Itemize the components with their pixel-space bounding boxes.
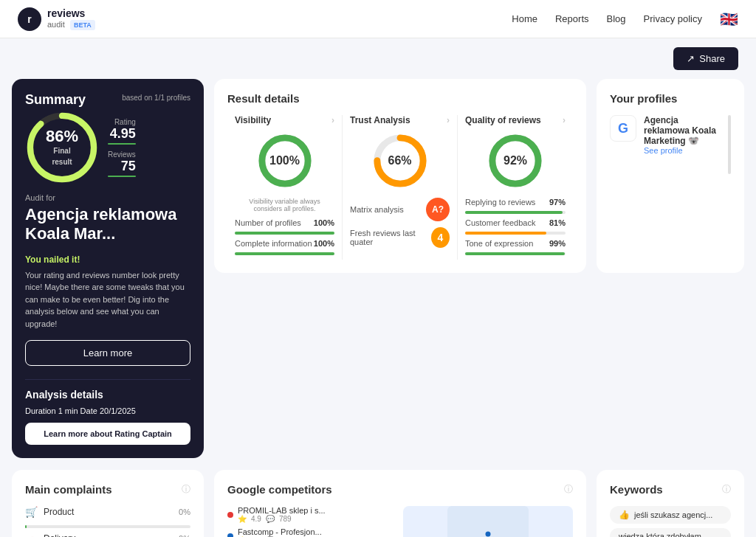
- complaints-info-icon[interactable]: ⓘ: [182, 483, 190, 496]
- competitor-2: Fastcomp - Profesjon... ⭐ 4.8 💬 619: [227, 527, 397, 537]
- fresh-row: Fresh reviews last quater 4: [350, 227, 450, 248]
- product-icon: 🛒: [25, 506, 38, 518]
- navbar: r reviews audit BETA Home Reports Blog P…: [0, 0, 756, 38]
- main-grid: Summary based on 1/1 profiles 86% Final …: [0, 79, 756, 470]
- nav-home[interactable]: Home: [512, 13, 537, 24]
- logo: r reviews audit BETA: [18, 7, 95, 31]
- rating-stat: Rating 4.95: [108, 118, 136, 145]
- brand-name: reviews: [47, 8, 95, 19]
- quality-donut-wrap: 92%: [465, 131, 566, 190]
- share-button[interactable]: ↗ Share: [673, 47, 738, 70]
- matrix-row: Matrix analysis A?: [350, 198, 450, 221]
- trust-donut: 66%: [371, 131, 430, 190]
- beta-badge: BETA: [70, 20, 95, 30]
- profile-entry: G Agencja reklamowa Koala Marketing 🐨 Se…: [610, 115, 722, 155]
- analysis-meta: Duration 1 min Date 20/1/2025: [25, 406, 190, 415]
- competitor-1-dot: [227, 512, 233, 518]
- trust-chevron[interactable]: ›: [447, 115, 450, 125]
- complaint-delivery: 🚗 Delivery 0%: [25, 533, 190, 537]
- logo-icon: r: [18, 7, 41, 31]
- keywords-info-icon[interactable]: ⓘ: [722, 483, 731, 496]
- stats-col: Rating 4.95 Reviews 75: [108, 118, 136, 177]
- keywords-header: Keywords ⓘ: [610, 483, 731, 496]
- competitors-card: Google competitors ⓘ PROMIL-LAB sklep i …: [214, 470, 586, 537]
- quality-metrics: Replying to reviews 97% Customer feedbac…: [465, 198, 566, 255]
- score-label: Final result: [52, 147, 72, 166]
- nav-links: Home Reports Blog Privacy policy 🇬🇧: [512, 10, 738, 28]
- bottom-grid: Main complaints ⓘ 🛒 Product 0% 🚗 Deliver…: [0, 470, 756, 537]
- see-profile-link[interactable]: See profile: [644, 146, 722, 155]
- complaints-card: Main complaints ⓘ 🛒 Product 0% 🚗 Deliver…: [12, 470, 204, 537]
- share-bar: ↗ Share: [0, 38, 756, 79]
- share-icon: ↗: [687, 53, 695, 64]
- visibility-metrics: Number of profiles 100% Complete informa…: [235, 218, 334, 255]
- fresh-number: 4: [431, 227, 450, 248]
- profiles-content: G Agencja reklamowa Koala Marketing 🐨 Se…: [610, 115, 731, 174]
- visibility-percent: 100%: [269, 154, 300, 167]
- quality-chevron[interactable]: ›: [563, 115, 566, 125]
- competitors-chart: reviews audit: [403, 506, 573, 537]
- keyword-tags: 👍 jeśli szukasz agencj... wiedza którą z…: [610, 506, 731, 537]
- score-percent: 86%: [44, 128, 80, 145]
- a-class-badge: A?: [426, 198, 450, 221]
- trust-col: Trust Analysis › 66% Matrix analysis: [343, 115, 458, 260]
- nav-privacy[interactable]: Privacy policy: [644, 13, 702, 24]
- competitor-1: PROMIL-LAB sklep i s... ⭐ 4.9 💬 789: [227, 506, 397, 523]
- delivery-icon: 🚗: [25, 533, 38, 537]
- nailed-label: You nailed it!: [25, 254, 190, 265]
- visibility-note: Visibility variable always considers all…: [235, 198, 334, 212]
- scrollbar: [728, 115, 731, 174]
- keyword-2: wiedza którą zdobyłam: [610, 528, 731, 537]
- competitors-layout: PROMIL-LAB sklep i s... ⭐ 4.9 💬 789 Fast…: [227, 506, 573, 537]
- complaints-title: Main complaints: [25, 483, 112, 496]
- logo-sub: audit BETA: [47, 20, 95, 30]
- audit-label: Audit for: [25, 193, 190, 202]
- result-details-card: Result details Visibility › 100%: [214, 79, 586, 273]
- keyword-1: 👍 jeśli szukasz agencj...: [610, 506, 731, 524]
- svg-point-10: [486, 532, 491, 537]
- keyword-1-icon: 👍: [619, 510, 630, 520]
- competitors-title: Google competitors: [227, 483, 332, 496]
- summary-card: Summary based on 1/1 profiles 86% Final …: [12, 79, 204, 458]
- score-circle: 86% Final result: [25, 111, 99, 184]
- keywords-title: Keywords: [610, 483, 663, 496]
- profile-info: Agencja reklamowa Koala Marketing 🐨 See …: [644, 115, 722, 155]
- visibility-col: Visibility › 100% Visibility variable al…: [227, 115, 343, 260]
- keywords-card: Keywords ⓘ 👍 jeśli szukasz agencj... wie…: [597, 470, 744, 537]
- analysis-section: Analysis details Duration 1 min Date 20/…: [25, 379, 190, 445]
- google-icon: G: [610, 115, 636, 142]
- competitors-header: Google competitors ⓘ: [227, 483, 573, 496]
- analysis-title: Analysis details: [25, 389, 190, 401]
- competitor-list: PROMIL-LAB sklep i s... ⭐ 4.9 💬 789 Fast…: [227, 506, 397, 537]
- visibility-title: Visibility ›: [235, 115, 334, 125]
- competitor-2-dot: [227, 533, 233, 537]
- competitor-1-stats: ⭐ 4.9 💬 789: [238, 515, 326, 523]
- result-cols: Visibility › 100% Visibility variable al…: [227, 115, 573, 260]
- visibility-chevron[interactable]: ›: [331, 115, 334, 125]
- learn-more-button[interactable]: Learn more: [25, 340, 190, 366]
- nailed-desc: Your rating and reviews number look pret…: [25, 269, 190, 330]
- result-details-title: Result details: [227, 92, 573, 105]
- audit-name: Agencja reklamowa Koala Mar...: [25, 205, 190, 244]
- nav-reports[interactable]: Reports: [555, 13, 589, 24]
- profiles-title: Your profiles: [610, 92, 731, 105]
- summary-title: Summary: [25, 92, 86, 108]
- quality-col: Quality of reviews › 92% Replying to rev…: [458, 115, 573, 260]
- nav-blog[interactable]: Blog: [607, 13, 626, 24]
- trust-donut-wrap: 66%: [350, 131, 450, 190]
- trust-title: Trust Analysis ›: [350, 115, 450, 125]
- competitors-info-icon[interactable]: ⓘ: [564, 483, 573, 496]
- profiles-card: Your profiles G Agencja reklamowa Koala …: [597, 79, 744, 273]
- logo-text: reviews audit BETA: [47, 8, 95, 29]
- learn-captain-button[interactable]: Learn more about Rating Captain: [25, 423, 190, 445]
- trust-percent: 66%: [388, 154, 411, 167]
- score-row: 86% Final result Rating 4.95 Reviews 75: [25, 111, 190, 184]
- visibility-donut: 100%: [255, 131, 315, 190]
- quality-percent: 92%: [504, 154, 527, 167]
- complaints-header: Main complaints ⓘ: [25, 483, 190, 496]
- quality-title: Quality of reviews ›: [465, 115, 566, 125]
- complaint-product: 🛒 Product 0%: [25, 506, 190, 518]
- quality-donut: 92%: [486, 131, 545, 190]
- language-flag[interactable]: 🇬🇧: [720, 10, 738, 28]
- visibility-donut-wrap: 100%: [235, 131, 334, 190]
